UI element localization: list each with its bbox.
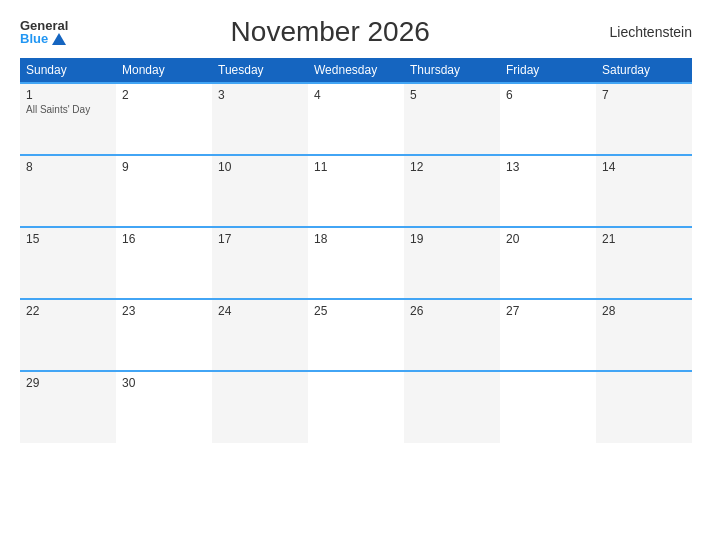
day-number: 20	[506, 232, 590, 246]
calendar-day-cell: 18	[308, 227, 404, 299]
calendar-day-cell	[500, 371, 596, 443]
logo-blue-row: Blue	[20, 32, 66, 45]
calendar-week-row: 891011121314	[20, 155, 692, 227]
calendar-day-cell: 5	[404, 83, 500, 155]
day-number: 23	[122, 304, 206, 318]
calendar-day-cell: 4	[308, 83, 404, 155]
calendar-day-cell: 13	[500, 155, 596, 227]
calendar-day-cell: 7	[596, 83, 692, 155]
logo-triangle-icon	[52, 33, 66, 45]
calendar-day-cell: 17	[212, 227, 308, 299]
day-number: 6	[506, 88, 590, 102]
calendar-container: General Blue November 2026 Liechtenstein…	[0, 0, 712, 550]
day-number: 5	[410, 88, 494, 102]
calendar-day-cell	[308, 371, 404, 443]
day-number: 8	[26, 160, 110, 174]
day-number: 24	[218, 304, 302, 318]
calendar-week-row: 2930	[20, 371, 692, 443]
calendar-day-cell: 10	[212, 155, 308, 227]
day-number: 27	[506, 304, 590, 318]
day-number: 7	[602, 88, 686, 102]
day-number: 4	[314, 88, 398, 102]
calendar-day-cell: 16	[116, 227, 212, 299]
calendar-day-cell: 25	[308, 299, 404, 371]
day-number: 15	[26, 232, 110, 246]
logo: General Blue	[20, 19, 68, 45]
calendar-day-cell: 1All Saints' Day	[20, 83, 116, 155]
calendar-day-cell: 14	[596, 155, 692, 227]
day-number: 25	[314, 304, 398, 318]
day-number: 12	[410, 160, 494, 174]
weekday-header-row: SundayMondayTuesdayWednesdayThursdayFrid…	[20, 58, 692, 83]
day-number: 18	[314, 232, 398, 246]
day-number: 19	[410, 232, 494, 246]
calendar-table: SundayMondayTuesdayWednesdayThursdayFrid…	[20, 58, 692, 443]
calendar-day-cell: 30	[116, 371, 212, 443]
day-number: 9	[122, 160, 206, 174]
calendar-day-cell: 26	[404, 299, 500, 371]
day-number: 14	[602, 160, 686, 174]
calendar-day-cell: 11	[308, 155, 404, 227]
calendar-day-cell	[596, 371, 692, 443]
calendar-day-cell: 28	[596, 299, 692, 371]
day-number: 17	[218, 232, 302, 246]
weekday-header-cell: Thursday	[404, 58, 500, 83]
calendar-body: 1All Saints' Day234567891011121314151617…	[20, 83, 692, 443]
day-number: 28	[602, 304, 686, 318]
calendar-day-cell: 23	[116, 299, 212, 371]
calendar-day-cell: 6	[500, 83, 596, 155]
weekday-header-cell: Tuesday	[212, 58, 308, 83]
day-number: 10	[218, 160, 302, 174]
calendar-week-row: 22232425262728	[20, 299, 692, 371]
day-number: 1	[26, 88, 110, 102]
calendar-day-cell: 22	[20, 299, 116, 371]
calendar-day-cell: 24	[212, 299, 308, 371]
calendar-day-cell	[212, 371, 308, 443]
calendar-day-cell: 2	[116, 83, 212, 155]
calendar-week-row: 1All Saints' Day234567	[20, 83, 692, 155]
calendar-day-cell: 9	[116, 155, 212, 227]
day-number: 21	[602, 232, 686, 246]
day-number: 29	[26, 376, 110, 390]
header: General Blue November 2026 Liechtenstein	[20, 16, 692, 48]
day-number: 3	[218, 88, 302, 102]
weekday-header-cell: Monday	[116, 58, 212, 83]
weekday-header-cell: Saturday	[596, 58, 692, 83]
day-number: 22	[26, 304, 110, 318]
calendar-day-cell: 12	[404, 155, 500, 227]
day-number: 26	[410, 304, 494, 318]
calendar-day-cell: 8	[20, 155, 116, 227]
calendar-day-cell: 29	[20, 371, 116, 443]
day-number: 30	[122, 376, 206, 390]
logo-blue-text: Blue	[20, 32, 48, 45]
calendar-day-cell: 21	[596, 227, 692, 299]
calendar-day-cell: 3	[212, 83, 308, 155]
day-number: 2	[122, 88, 206, 102]
calendar-day-cell: 20	[500, 227, 596, 299]
calendar-day-cell	[404, 371, 500, 443]
day-number: 11	[314, 160, 398, 174]
day-number: 16	[122, 232, 206, 246]
calendar-day-cell: 15	[20, 227, 116, 299]
weekday-header-cell: Sunday	[20, 58, 116, 83]
country-name: Liechtenstein	[592, 24, 692, 40]
calendar-title: November 2026	[68, 16, 592, 48]
event-label: All Saints' Day	[26, 104, 110, 115]
calendar-week-row: 15161718192021	[20, 227, 692, 299]
weekday-header-cell: Friday	[500, 58, 596, 83]
weekday-header-cell: Wednesday	[308, 58, 404, 83]
day-number: 13	[506, 160, 590, 174]
calendar-day-cell: 27	[500, 299, 596, 371]
calendar-day-cell: 19	[404, 227, 500, 299]
